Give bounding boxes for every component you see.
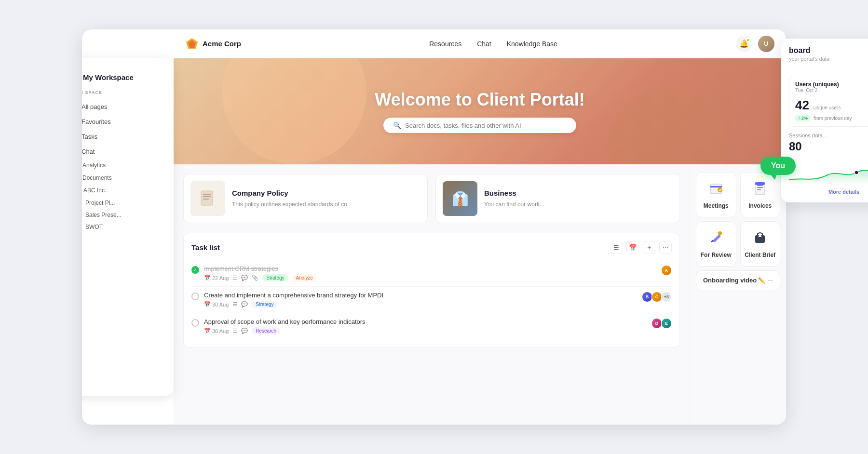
sidebar-item-tasks[interactable]: ☑️ Tasks <box>82 129 170 144</box>
task-3-avatars: D E <box>651 318 672 329</box>
you-tooltip: You <box>760 157 796 175</box>
task-calendar-btn[interactable]: 📅 <box>626 241 639 254</box>
sessions-value: 80 <box>789 140 868 153</box>
hero-search-input[interactable] <box>405 122 567 129</box>
cards-row: Company Policy This policy outlines expe… <box>183 174 680 223</box>
analytics-group[interactable]: ▶ 📁 Analytics <box>82 159 174 172</box>
search-icon: 🔍 <box>393 121 401 129</box>
project-pl-icon: 📋 <box>82 200 82 206</box>
business-card-title: Business <box>484 189 544 197</box>
svg-point-15 <box>718 187 722 192</box>
onboarding-row[interactable]: Onboarding video ✏️ ⋯ <box>696 270 780 290</box>
dashboard-chart <box>789 158 868 187</box>
notification-button[interactable]: 🔔 <box>736 36 752 52</box>
task-1-body: Implement CRM strategies 📅 22 Aug ☰ 💬 📎 … <box>204 265 656 281</box>
sidebar-item-swot[interactable]: 📝 SWOT <box>82 221 170 233</box>
task-3-meta: 📅 30 Aug ☰ 💬 Research <box>204 327 647 334</box>
task-list-view-btn[interactable]: ☰ <box>610 241 623 254</box>
task-3-title: Approval of scope of work and key perfor… <box>204 318 647 325</box>
hero-banner: Welcome to Client Portal! 🔍 <box>174 58 786 164</box>
task-avatar-more: +3 <box>661 292 672 302</box>
notification-dot <box>746 38 750 42</box>
hero-title: Welcome to Client Portal! <box>375 90 584 110</box>
task-avatar: D <box>651 318 662 329</box>
users-badge-from: from previous day <box>814 116 852 121</box>
task-check-2[interactable] <box>191 293 199 300</box>
business-card-content: Business You can find our work... <box>484 189 544 209</box>
task-avatar: C <box>651 292 662 302</box>
sidebar-item-all-pages[interactable]: 📄 All pages <box>82 99 170 114</box>
dashboard-title: board <box>789 46 868 55</box>
sidebar-item-sales-prese[interactable]: 📊 Sales Prese... <box>82 209 170 221</box>
svg-point-21 <box>718 231 722 235</box>
client-brief-label: Client Brief <box>745 252 775 258</box>
task-2-icon-doc: ☰ <box>232 301 237 307</box>
sidebar-subtitle: INNER SPACE <box>82 90 174 99</box>
portal-area: Acme Corp Resources Chat Knowledge Base … <box>174 29 786 425</box>
quick-action-client-brief[interactable]: Client Brief <box>740 221 781 267</box>
svg-rect-10 <box>203 194 211 195</box>
task-add-btn[interactable]: ＋ <box>643 241 655 254</box>
outer-wrap: ＋ ⊞ 👁 MT My Workspace INNER SPACE 📄 <box>0 0 868 454</box>
sidebar-content: My Workspace INNER SPACE 📄 All pages 🔖 F… <box>82 58 174 396</box>
nav-links: Resources Chat Knowledge Base <box>260 40 726 48</box>
policy-card-title: Company Policy <box>232 189 352 197</box>
workspace-title: My Workspace <box>83 73 134 81</box>
nav-link-chat[interactable]: Chat <box>477 40 491 48</box>
onboarding-title: Onboarding video <box>703 277 757 284</box>
task-list-header: Task list ☰ 📅 ＋ ⋯ <box>191 241 672 254</box>
hero-search-container: 🔍 <box>383 118 576 133</box>
documents-group[interactable]: ▶ 📁 Documents <box>82 172 174 184</box>
onboarding-icons: ✏️ ⋯ <box>758 277 773 284</box>
abc-inc-group[interactable]: ▼ 📁 ABC Inc. <box>82 184 174 197</box>
sidebar-item-chat[interactable]: 💬 Chat <box>82 144 170 159</box>
task-2-avatars: B C +3 <box>642 292 672 302</box>
task-check-1[interactable] <box>191 266 199 274</box>
task-3-body: Approval of scope of work and key perfor… <box>204 318 647 334</box>
users-uniques-value: 42 <box>795 98 809 113</box>
chat-label: Chat <box>82 148 95 155</box>
svg-rect-14 <box>710 186 722 187</box>
task-avatar: E <box>661 318 672 329</box>
task-3-tag-research: Research <box>252 327 280 334</box>
favourites-label: Favourites <box>82 118 111 125</box>
swot-label: SWOT <box>85 224 103 230</box>
content-left: Company Policy This policy outlines expe… <box>174 164 690 425</box>
content-right: Meetings <box>690 164 786 425</box>
svg-point-25 <box>854 171 858 174</box>
task-2-date: 📅 30 Aug <box>204 301 229 307</box>
dashboard-dropdown[interactable]: ▾ <box>789 66 868 72</box>
task-3-icon-doc: ☰ <box>232 328 237 334</box>
more-details-button[interactable]: More details <box>789 189 868 195</box>
business-thumbnail: 👔 <box>443 181 477 216</box>
sales-prese-icon: 📊 <box>82 212 82 218</box>
nav-link-resources[interactable]: Resources <box>429 40 461 48</box>
sidebar-item-project-pl[interactable]: 📋 Project Pl... <box>82 197 170 209</box>
user-avatar[interactable]: U <box>758 36 774 52</box>
task-3-icon-bubble: 💬 <box>241 328 248 334</box>
quick-action-meetings[interactable]: Meetings <box>696 172 736 217</box>
users-uniques-title: Users (uniques) <box>795 81 839 88</box>
analytics-label: Analytics <box>82 162 106 169</box>
task-1-icon-doc: ☰ <box>232 275 237 281</box>
task-item: Create and implement a comprehensive bra… <box>191 287 672 313</box>
onboarding-more-icon: ⋯ <box>767 277 773 284</box>
nav-link-knowledge-base[interactable]: Knowledge Base <box>507 40 557 48</box>
quick-action-for-review[interactable]: For Review <box>696 221 736 267</box>
policy-thumbnail <box>190 181 225 216</box>
sidebar-panel: ＋ ⊞ 👁 MT My Workspace INNER SPACE 📄 <box>82 58 174 396</box>
top-nav: Acme Corp Resources Chat Knowledge Base … <box>174 29 786 58</box>
task-more-btn[interactable]: ⋯ <box>659 241 672 254</box>
svg-rect-9 <box>201 191 213 205</box>
business-card[interactable]: 👔 Business You can find our work... <box>435 174 680 223</box>
svg-rect-18 <box>757 187 763 188</box>
policy-card-desc: This policy outlines expected standards … <box>232 200 352 209</box>
policy-card-content: Company Policy This policy outlines expe… <box>232 189 352 209</box>
task-1-icon-bubble: 💬 <box>241 275 248 281</box>
task-check-3[interactable] <box>191 319 199 327</box>
task-item: Implement CRM strategies 📅 22 Aug ☰ 💬 📎 … <box>191 260 672 287</box>
task-1-tag-strategy: Strategy <box>262 274 288 281</box>
company-policy-card[interactable]: Company Policy This policy outlines expe… <box>183 174 428 223</box>
task-1-tag-analyze: Analyze <box>292 274 317 281</box>
sidebar-item-favourites[interactable]: 🔖 Favourites <box>82 114 170 129</box>
